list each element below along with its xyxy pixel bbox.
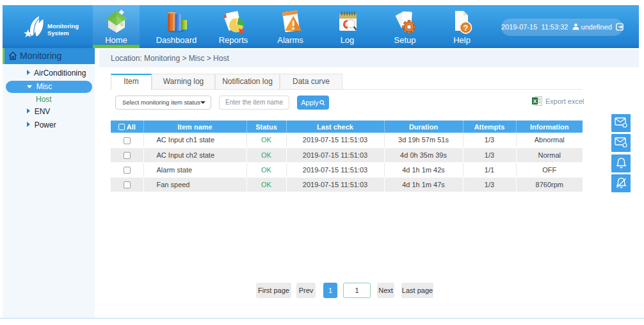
svg-text:X: X [533, 98, 536, 104]
svg-text:?: ? [463, 23, 468, 33]
